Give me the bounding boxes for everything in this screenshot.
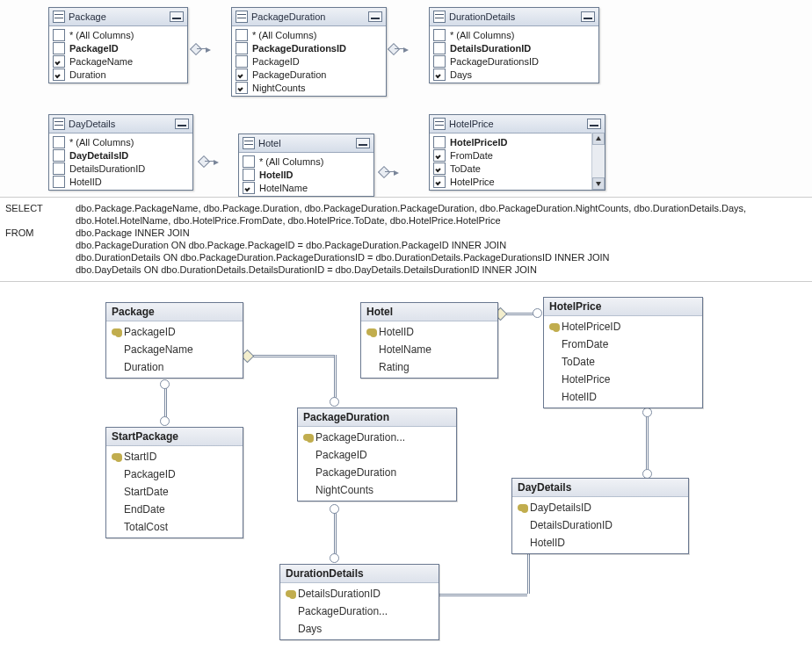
table-window-package[interactable]: Package * (All Columns) PackageID Packag…: [48, 7, 188, 83]
scroll-up-icon[interactable]: [592, 133, 605, 145]
entity-hotelprice[interactable]: HotelPrice HotelPriceID FromDate ToDate …: [543, 297, 703, 408]
table-window-hotelprice[interactable]: HotelPrice HotelPriceID FromDate ToDate …: [429, 114, 605, 191]
entity-col[interactable]: HotelName: [361, 341, 497, 358]
column-row[interactable]: PackageDuration: [232, 68, 386, 81]
checkbox-icon[interactable]: [236, 42, 248, 54]
column-list[interactable]: * (All Columns) PackageID PackageName Du…: [49, 26, 187, 83]
entity-packageduration[interactable]: PackageDuration PackageDuration... Packa…: [297, 408, 457, 501]
entity-col[interactable]: FromDate: [544, 336, 702, 353]
column-row[interactable]: PackageID: [49, 41, 187, 54]
entity-col[interactable]: PackageID: [106, 323, 243, 341]
checkbox-icon[interactable]: [236, 55, 248, 68]
entity-col[interactable]: StartDate: [106, 483, 243, 501]
entity-daydetails[interactable]: DayDetails DayDetailsID DetailsDurationI…: [511, 478, 689, 554]
minimize-icon[interactable]: [356, 138, 370, 148]
checkbox-icon[interactable]: [53, 136, 65, 148]
column-list[interactable]: * (All Columns) DetailsDurationID Packag…: [430, 26, 598, 83]
entity-col[interactable]: EndDate: [106, 501, 243, 518]
checkbox-icon[interactable]: [433, 136, 446, 148]
column-row[interactable]: HotelName: [239, 181, 373, 194]
column-row[interactable]: NightCounts: [232, 81, 386, 94]
entity-col[interactable]: ToDate: [544, 353, 702, 371]
checkbox-icon[interactable]: [53, 42, 65, 54]
column-row[interactable]: HotelID: [239, 168, 373, 181]
table-window-hotel[interactable]: Hotel * (All Columns) HotelID HotelName: [238, 133, 374, 197]
entity-col[interactable]: TotalCost: [106, 518, 243, 536]
checkbox-icon[interactable]: [53, 162, 65, 175]
checkbox-icon[interactable]: [236, 69, 248, 81]
entity-col[interactable]: PackageDuration: [298, 464, 456, 481]
column-row[interactable]: * (All Columns): [49, 135, 192, 148]
entity-col[interactable]: PackageDuration...: [280, 602, 439, 620]
column-row[interactable]: * (All Columns): [232, 28, 386, 41]
table-titlebar[interactable]: DurationDetails: [430, 8, 598, 26]
checkbox-icon[interactable]: [53, 29, 65, 41]
checkbox-icon[interactable]: [53, 69, 65, 81]
entity-col[interactable]: Rating: [361, 358, 497, 376]
checkbox-icon[interactable]: [433, 29, 446, 41]
column-list[interactable]: * (All Columns) HotelID HotelName: [239, 153, 373, 196]
column-list[interactable]: * (All Columns) PackageDurationsID Packa…: [232, 26, 386, 96]
table-titlebar[interactable]: PackageDuration: [232, 8, 386, 26]
entity-columns[interactable]: HotelPriceID FromDate ToDate HotelPrice …: [544, 316, 702, 408]
table-window-durationdetails[interactable]: DurationDetails * (All Columns) DetailsD…: [429, 7, 599, 83]
checkbox-icon[interactable]: [236, 82, 248, 94]
entity-columns[interactable]: DayDetailsID DetailsDurationID HotelID: [512, 497, 688, 553]
scroll-down-icon[interactable]: [592, 177, 605, 190]
entity-col[interactable]: NightCounts: [298, 481, 456, 499]
checkbox-icon[interactable]: [433, 162, 446, 175]
checkbox-icon[interactable]: [53, 149, 65, 162]
checkbox-icon[interactable]: [433, 55, 446, 68]
column-row[interactable]: PackageDurationsID: [232, 41, 386, 54]
sql-pane[interactable]: SELECT dbo.Package.PackageName, dbo.Pack…: [0, 197, 812, 282]
column-row[interactable]: * (All Columns): [239, 155, 373, 168]
table-window-daydetails[interactable]: DayDetails * (All Columns) DayDetailsID …: [48, 114, 193, 191]
column-row[interactable]: PackageID: [232, 54, 386, 68]
entity-col[interactable]: Duration: [106, 358, 243, 376]
column-row[interactable]: Days: [430, 68, 598, 81]
column-row[interactable]: HotelID: [49, 175, 192, 188]
checkbox-icon[interactable]: [433, 69, 446, 81]
column-row[interactable]: HotelPrice: [430, 175, 592, 188]
checkbox-icon[interactable]: [433, 176, 446, 188]
column-row[interactable]: PackageName: [49, 54, 187, 68]
entity-col[interactable]: PackageID: [106, 465, 243, 483]
entity-columns[interactable]: PackageID PackageName Duration: [106, 321, 243, 378]
entity-package[interactable]: Package PackageID PackageName Duration: [105, 302, 243, 379]
minimize-icon[interactable]: [581, 11, 595, 22]
entity-columns[interactable]: PackageDuration... PackageID PackageDura…: [298, 427, 456, 501]
column-row[interactable]: * (All Columns): [49, 28, 187, 41]
entity-col[interactable]: HotelPrice: [544, 371, 702, 388]
checkbox-icon[interactable]: [53, 176, 65, 188]
minimize-icon[interactable]: [170, 11, 184, 22]
minimize-icon[interactable]: [368, 11, 382, 22]
table-titlebar[interactable]: DayDetails: [49, 115, 192, 133]
scrollbar[interactable]: [591, 133, 605, 190]
entity-col[interactable]: StartID: [106, 448, 243, 465]
column-row[interactable]: * (All Columns): [430, 28, 598, 41]
table-window-packageduration[interactable]: PackageDuration * (All Columns) PackageD…: [231, 7, 387, 97]
column-row[interactable]: FromDate: [430, 148, 592, 162]
entity-hotel[interactable]: Hotel HotelID HotelName Rating: [360, 302, 498, 379]
entity-col[interactable]: DetailsDurationID: [512, 516, 688, 534]
entity-col[interactable]: DayDetailsID: [512, 499, 688, 516]
column-row[interactable]: DayDetailsID: [49, 148, 192, 162]
checkbox-icon[interactable]: [433, 149, 446, 162]
entity-col[interactable]: Days: [280, 620, 439, 638]
checkbox-icon[interactable]: [243, 169, 255, 181]
minimize-icon[interactable]: [587, 119, 601, 129]
entity-col[interactable]: PackageDuration...: [298, 429, 456, 446]
entity-columns[interactable]: DetailsDurationID PackageDuration... Day…: [280, 583, 439, 639]
table-titlebar[interactable]: Hotel: [239, 134, 373, 153]
entity-col[interactable]: HotelID: [361, 323, 497, 341]
checkbox-icon[interactable]: [243, 182, 255, 194]
column-row[interactable]: Duration: [49, 68, 187, 81]
diagram-pane[interactable]: Package * (All Columns) PackageID Packag…: [0, 0, 812, 198]
checkbox-icon[interactable]: [243, 155, 255, 168]
entity-col[interactable]: HotelID: [544, 388, 702, 406]
entity-startpackage[interactable]: StartPackage StartID PackageID StartDate…: [105, 427, 243, 538]
column-row[interactable]: HotelPriceID: [430, 135, 592, 148]
checkbox-icon[interactable]: [433, 42, 446, 54]
entity-columns[interactable]: StartID PackageID StartDate EndDate Tota…: [106, 446, 243, 538]
column-list[interactable]: * (All Columns) DayDetailsID DetailsDura…: [49, 133, 192, 190]
